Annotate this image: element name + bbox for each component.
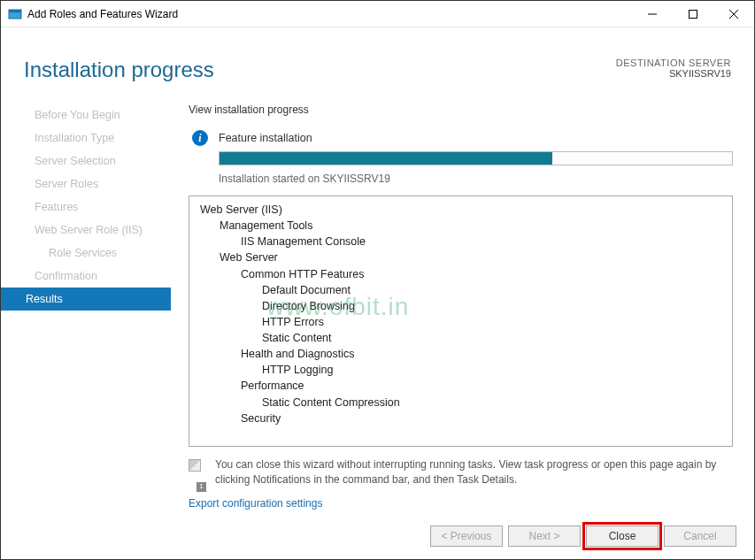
tree-item: Web Server	[220, 249, 727, 265]
sidebar-step-features: Features	[1, 196, 171, 219]
tree-item: Health and Diagnostics	[241, 346, 727, 362]
tree-item: Web Server (IIS)	[200, 202, 727, 218]
minimize-button[interactable]	[632, 1, 673, 27]
cancel-button: Cancel	[664, 525, 736, 547]
status-label: Feature installation	[219, 132, 312, 144]
close-button[interactable]: Close	[586, 525, 659, 547]
previous-button: < Previous	[430, 525, 503, 547]
tree-item: Performance	[241, 378, 727, 394]
progress-fill	[220, 152, 552, 165]
sidebar-step-web-server-role-iis-: Web Server Role (IIS)	[1, 219, 171, 242]
svg-rect-1	[9, 10, 21, 12]
footer-note-text: You can close this wizard without interr…	[215, 457, 733, 488]
sidebar-step-before-you-begin: Before You Begin	[1, 104, 171, 127]
tree-item: HTTP Logging	[262, 362, 727, 378]
tree-item: Security	[241, 410, 727, 426]
info-icon: i	[192, 130, 208, 146]
svg-rect-3	[690, 10, 697, 18]
sidebar-step-role-services: Role Services	[1, 242, 171, 265]
tree-item: IIS Management Console	[241, 234, 727, 249]
export-config-link[interactable]: Export configuration settings	[189, 497, 733, 510]
sidebar-step-confirmation: Confirmation	[1, 265, 171, 288]
status-row: i Feature installation	[189, 130, 733, 146]
titlebar: Add Roles and Features Wizard	[1, 1, 754, 27]
tree-item: HTTP Errors	[262, 314, 727, 330]
page-title: Installation progress	[24, 58, 214, 82]
tree-item: Common HTTP Features	[241, 266, 727, 282]
progress-bar	[219, 151, 733, 165]
instruction-text: View installation progress	[189, 104, 733, 116]
footer-note: 1 You can close this wizard without inte…	[189, 457, 733, 488]
window-title: Add Roles and Features Wizard	[27, 8, 178, 20]
installation-started-text: Installation started on SKYIISSRV19	[219, 173, 733, 185]
notification-flag-icon: 1	[189, 459, 208, 488]
sidebar-step-server-roles: Server Roles	[1, 173, 171, 196]
tree-item: Default Document	[262, 282, 727, 298]
tree-item: Static Content	[262, 330, 727, 346]
destination-label: DESTINATION SERVER	[616, 58, 731, 68]
feature-tree[interactable]: Web Server (IIS)Management ToolsIIS Mana…	[189, 196, 733, 447]
destination-block: DESTINATION SERVER SKYIISSRV19	[616, 58, 731, 79]
content-area: View installation progress i Feature ins…	[171, 95, 754, 510]
destination-server: SKYIISSRV19	[616, 68, 731, 79]
tree-item: Management Tools	[220, 218, 727, 234]
wizard-sidebar: Before You BeginInstallation TypeServer …	[1, 95, 171, 510]
wizard-button-row: < Previous Next > Close Cancel	[430, 525, 736, 547]
maximize-button[interactable]	[673, 1, 713, 27]
sidebar-step-installation-type: Installation Type	[1, 127, 171, 150]
close-window-button[interactable]	[713, 1, 754, 27]
notification-count-badge: 1	[196, 482, 206, 492]
header: Installation progress DESTINATION SERVER…	[1, 27, 754, 95]
tree-item: Directory Browsing	[262, 298, 727, 314]
sidebar-step-results: Results	[1, 288, 171, 311]
next-button: Next >	[508, 525, 581, 547]
tree-item: Static Content Compression	[262, 395, 727, 410]
app-icon	[8, 7, 22, 21]
sidebar-step-server-selection: Server Selection	[1, 150, 171, 173]
